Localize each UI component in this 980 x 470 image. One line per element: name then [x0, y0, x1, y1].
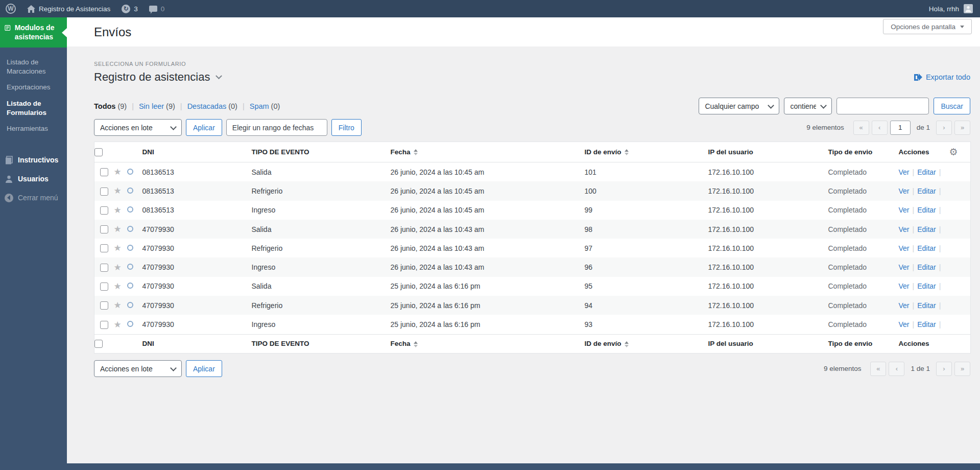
unread-indicator-icon[interactable] [127, 321, 133, 327]
view-destacadas[interactable]: Destacadas(0) [187, 102, 237, 110]
sidebar-item-instructivos[interactable]: Instructivos [0, 151, 67, 169]
bulk-actions-select[interactable]: Acciones en lote [94, 119, 182, 136]
sidebar-item-listado-formularios[interactable]: Listado de Formularios [0, 96, 67, 121]
cell-id-envio: 96 [585, 257, 708, 276]
first-page-button[interactable]: « [870, 362, 886, 376]
cell-tipo-envio: Completado [828, 315, 899, 334]
row-checkbox[interactable] [100, 283, 108, 291]
edit-link[interactable]: Editar [917, 263, 936, 271]
view-link[interactable]: Ver [899, 206, 910, 214]
star-icon[interactable]: ★ [114, 185, 122, 196]
wordpress-logo-menu[interactable]: W [0, 0, 21, 17]
unread-indicator-icon[interactable] [127, 206, 133, 213]
column-settings-gear-icon[interactable]: ⚙ [949, 146, 958, 157]
search-controls: Cualquier campo contiene Buscar [699, 98, 970, 114]
edit-link[interactable]: Editar [917, 244, 936, 252]
sidebar-item-exportaciones[interactable]: Exportaciones [0, 79, 67, 96]
prev-page-button[interactable]: ‹ [889, 362, 904, 376]
page-title: Envíos [94, 25, 131, 39]
row-checkbox[interactable] [100, 225, 108, 233]
sidebar-item-listado-marcaciones[interactable]: Listado de Marcaciones [0, 54, 67, 79]
prev-page-button[interactable]: ‹ [872, 121, 888, 135]
view-separator: | [243, 102, 245, 110]
view-link[interactable]: Ver [899, 263, 910, 271]
star-icon[interactable]: ★ [114, 205, 122, 215]
account-menu[interactable]: Hola, rrhh [929, 4, 973, 13]
sort-icon [414, 149, 418, 155]
date-range-input[interactable] [226, 119, 327, 136]
star-icon[interactable]: ★ [114, 262, 122, 272]
row-checkbox[interactable] [100, 244, 108, 252]
star-icon[interactable]: ★ [114, 300, 122, 310]
row-checkbox[interactable] [100, 321, 108, 329]
row-checkbox[interactable] [100, 187, 108, 196]
next-page-button[interactable]: › [936, 362, 952, 376]
search-operator-select[interactable]: contiene [784, 98, 832, 114]
select-all-checkbox[interactable] [94, 340, 103, 348]
view-link[interactable]: Ver [899, 282, 910, 290]
view-link[interactable]: Ver [899, 187, 910, 195]
edit-link[interactable]: Editar [917, 301, 936, 310]
unread-indicator-icon[interactable] [127, 226, 133, 232]
row-checkbox[interactable] [100, 206, 108, 215]
row-checkbox[interactable] [100, 301, 108, 310]
next-page-button[interactable]: › [936, 121, 952, 135]
current-page-input[interactable] [890, 121, 911, 135]
site-name-link[interactable]: Registro de Asistencias [21, 0, 116, 17]
unread-indicator-icon[interactable] [127, 264, 133, 270]
apply-button[interactable]: Aplicar [186, 119, 222, 136]
view-spam[interactable]: Spam(0) [250, 102, 280, 110]
star-icon[interactable]: ★ [114, 243, 122, 253]
star-icon[interactable]: ★ [114, 167, 122, 177]
view-link[interactable]: Ver [899, 168, 910, 176]
unread-indicator-icon[interactable] [127, 245, 133, 251]
column-id-envio-sort[interactable]: ID de envío [585, 142, 708, 162]
column-id-envio-sort[interactable]: ID de envío [585, 334, 708, 353]
search-field-select[interactable]: Cualquier campo [699, 98, 779, 114]
view-link[interactable]: Ver [899, 301, 910, 310]
search-button[interactable]: Buscar [934, 98, 970, 114]
screen-options-button[interactable]: Opciones de pantalla [883, 19, 972, 34]
edit-link[interactable]: Editar [917, 225, 936, 233]
star-icon[interactable]: ★ [114, 224, 122, 234]
updates-menu[interactable]: ↻ 3 [116, 0, 144, 17]
filter-button[interactable]: Filtro [331, 119, 362, 136]
edit-link[interactable]: Editar [917, 320, 936, 328]
export-all-link[interactable]: Exportar todo [914, 73, 970, 81]
unread-indicator-icon[interactable] [127, 302, 133, 308]
row-checkbox[interactable] [100, 264, 108, 272]
edit-link[interactable]: Editar [917, 206, 936, 214]
row-checkbox[interactable] [100, 168, 108, 176]
view-todos[interactable]: Todos(9) [94, 102, 127, 110]
view-link[interactable]: Ver [899, 244, 910, 252]
last-page-button[interactable]: » [954, 362, 970, 376]
column-fecha-sort[interactable]: Fecha [391, 334, 585, 353]
unread-indicator-icon[interactable] [127, 187, 133, 194]
star-icon[interactable]: ★ [114, 281, 122, 291]
view-link[interactable]: Ver [899, 225, 910, 233]
edit-link[interactable]: Editar [917, 282, 936, 290]
unread-indicator-icon[interactable] [127, 169, 133, 175]
cell-fecha: 26 junio, 2024 a las 10:45 am [391, 201, 585, 220]
sidebar-item-usuarios[interactable]: Usuarios [0, 170, 67, 188]
column-fecha-sort[interactable]: Fecha [391, 142, 585, 162]
last-page-button[interactable]: » [954, 121, 970, 135]
unread-indicator-icon[interactable] [127, 283, 133, 289]
search-input[interactable] [836, 98, 929, 114]
sidebar-item-herramientas[interactable]: Herramientas [0, 121, 67, 137]
view-sin-leer[interactable]: Sin leer(9) [139, 102, 175, 110]
action-separator: | [913, 244, 915, 252]
comments-menu[interactable]: 0 [144, 0, 171, 17]
view-link[interactable]: Ver [899, 320, 910, 328]
edit-link[interactable]: Editar [917, 187, 936, 195]
sidebar-item-modulos-asistencias[interactable]: Modulos de asistencias [0, 17, 67, 48]
bulk-actions-select-bottom[interactable]: Acciones en lote [94, 360, 182, 377]
apply-button-bottom[interactable]: Aplicar [186, 360, 222, 377]
select-all-checkbox[interactable] [94, 148, 103, 156]
cell-acciones: Ver|Editar| [899, 315, 971, 334]
first-page-button[interactable]: « [853, 121, 869, 135]
star-icon[interactable]: ★ [114, 319, 122, 330]
form-selector-dropdown[interactable]: Registro de asistencias [94, 70, 221, 84]
sidebar-collapse-menu[interactable]: Cerrar menú [0, 189, 67, 207]
edit-link[interactable]: Editar [917, 168, 936, 176]
